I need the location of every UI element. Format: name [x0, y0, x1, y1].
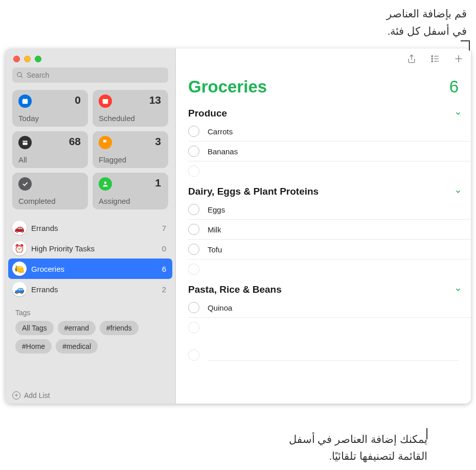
sidebar-lists: 🚗 Errands 7 ⏰ High Priority Tasks 0 🍋 Gr…	[5, 215, 175, 299]
svg-point-10	[432, 58, 433, 60]
smart-scheduled-label: Scheduled	[99, 114, 135, 123]
list-count: 2	[162, 285, 166, 294]
reminder-item[interactable]: Carrots	[188, 122, 471, 142]
smart-all-count: 68	[69, 135, 81, 148]
list-errands-1[interactable]: 🚗 Errands 7	[8, 218, 172, 238]
new-reminder-placeholder-icon	[188, 264, 199, 275]
new-reminder-row[interactable]	[188, 161, 471, 181]
list-name: Errands	[31, 285, 157, 294]
add-list-button[interactable]: + Add List	[12, 391, 50, 400]
new-reminder-row[interactable]	[188, 260, 471, 279]
tag-all[interactable]: All Tags	[15, 321, 54, 335]
tag-friends[interactable]: #friends	[100, 321, 139, 335]
section-title: Dairy, Eggs & Plant Proteins	[188, 186, 319, 197]
callout-bottom-line1: يمكنك إضافة العناصر في أسفل	[289, 431, 427, 448]
share-icon[interactable]	[406, 53, 417, 64]
smart-today-count: 0	[75, 94, 81, 106]
smart-scheduled[interactable]: 13 Scheduled	[93, 90, 168, 127]
today-icon	[21, 98, 29, 105]
list-name: High Priority Tasks	[31, 244, 157, 253]
callout-top-line1: قم بإضافة العناصر	[387, 5, 467, 22]
reminder-label: Tofu	[208, 245, 222, 254]
smart-all-label: All	[18, 155, 27, 164]
list-view-icon[interactable]	[430, 53, 440, 64]
reminder-checkbox[interactable]	[188, 224, 199, 235]
reminder-label: Eggs	[208, 205, 225, 214]
new-reminder-row[interactable]	[188, 318, 471, 337]
toolbar-right	[406, 53, 464, 64]
minimize-window-button[interactable]	[24, 56, 31, 62]
svg-point-8	[432, 56, 433, 57]
smart-scheduled-count: 13	[149, 94, 161, 106]
section-title: Produce	[188, 108, 227, 119]
callout-bottom-line2: القائمة لتصنيفها تلقائيًا.	[289, 448, 427, 465]
list-errands-2[interactable]: 🚙 Errands 2	[8, 279, 172, 299]
smart-assigned-count: 1	[155, 177, 161, 189]
chevron-down-icon[interactable]	[455, 110, 462, 117]
reminder-item[interactable]: Eggs	[188, 200, 471, 220]
reminder-checkbox[interactable]	[188, 244, 199, 255]
smart-completed[interactable]: Completed	[12, 173, 88, 209]
reminder-checkbox[interactable]	[188, 302, 199, 313]
chevron-down-icon[interactable]	[455, 188, 462, 195]
smart-flagged[interactable]: 3 Flagged	[93, 131, 168, 168]
new-reminder-placeholder-icon	[188, 166, 199, 177]
svg-point-12	[432, 61, 433, 62]
all-icon	[21, 139, 29, 146]
tag-home[interactable]: #Home	[15, 339, 52, 354]
search-icon	[16, 72, 24, 79]
add-reminder-icon[interactable]	[454, 53, 464, 64]
reminder-checkbox[interactable]	[188, 146, 199, 157]
new-uncategorized-row[interactable]	[176, 337, 471, 361]
plus-circle-icon: +	[12, 391, 20, 400]
svg-rect-2	[22, 99, 28, 104]
section-dairy: Dairy, Eggs & Plant Proteins Eggs Milk T…	[176, 181, 471, 279]
smart-today[interactable]: 0 Today	[12, 90, 88, 127]
search-input[interactable]: Search	[12, 67, 168, 83]
chevron-down-icon[interactable]	[455, 286, 462, 293]
section-produce: Produce Carrots Bananas	[176, 103, 471, 181]
list-groceries[interactable]: 🍋 Groceries 6	[8, 258, 172, 279]
new-reminder-placeholder-icon	[188, 349, 199, 361]
reminder-checkbox[interactable]	[188, 126, 199, 137]
list-icon-lemon: 🍋	[12, 262, 27, 276]
list-icon-car2: 🚙	[12, 282, 27, 296]
svg-line-1	[21, 76, 23, 78]
reminder-item[interactable]: Bananas	[188, 142, 471, 161]
page-count: 6	[449, 77, 459, 97]
svg-rect-4	[26, 98, 27, 100]
list-icon-clock: ⏰	[12, 241, 27, 255]
svg-point-0	[17, 73, 21, 77]
reminder-item[interactable]: Quinoa	[188, 298, 471, 318]
smart-completed-label: Completed	[18, 197, 56, 205]
list-high-priority[interactable]: ⏰ High Priority Tasks 0	[8, 238, 172, 258]
smart-assigned-label: Assigned	[99, 197, 130, 205]
callout-top: قم بإضافة العناصر في أسفل كل فئة.	[387, 5, 467, 39]
close-window-button[interactable]	[13, 56, 20, 62]
reminder-item[interactable]: Milk	[188, 220, 471, 240]
reminder-checkbox[interactable]	[188, 204, 199, 215]
reminder-item[interactable]: Tofu	[188, 240, 471, 260]
reminder-label: Milk	[208, 225, 221, 234]
smart-flagged-count: 3	[155, 135, 161, 148]
smart-all[interactable]: 68 All	[12, 131, 88, 168]
fullscreen-window-button[interactable]	[35, 56, 41, 62]
tags-header: Tags	[15, 309, 168, 317]
smart-assigned[interactable]: 1 Assigned	[93, 173, 168, 209]
section-pasta: Pasta, Rice & Beans Quinoa	[176, 279, 471, 337]
main-content: Groceries 6 Produce Carrots Bananas	[176, 49, 471, 404]
list-icon-car: 🚗	[12, 221, 27, 235]
callout-top-line2: في أسفل كل فئة.	[387, 22, 467, 40]
tags-section: Tags All Tags #errand #friends #Home #me…	[5, 299, 175, 354]
callout-bottom: يمكنك إضافة العناصر في أسفل القائمة لتصن…	[289, 431, 427, 465]
list-name: Errands	[31, 224, 157, 232]
smart-flagged-label: Flagged	[99, 155, 126, 164]
svg-point-7	[104, 181, 107, 184]
add-list-label: Add List	[24, 391, 50, 400]
tag-errand[interactable]: #errand	[58, 321, 96, 335]
sidebar: Search 0 Today 13 Scheduled	[5, 49, 176, 404]
tag-medical[interactable]: #medical	[56, 339, 98, 354]
list-count: 6	[162, 265, 166, 273]
search-placeholder: Search	[27, 71, 49, 79]
list-name: Groceries	[31, 265, 157, 273]
